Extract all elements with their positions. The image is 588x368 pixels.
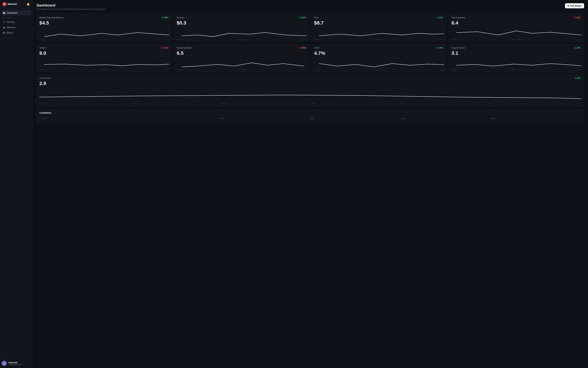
chart-label: March 24 April 24 (238, 69, 248, 71)
sidebar-logo: m Makerkit ▾ (3, 2, 19, 6)
chart-labels: January 24 March 24 April 24 June 24 (39, 39, 169, 40)
user-email: test@makerkit.dev (9, 364, 22, 366)
metric-header: New Customers -25% (451, 16, 581, 19)
chart-label: March 24 April 24 (375, 69, 385, 71)
chart-label: January 24 (39, 69, 46, 71)
gear-icon (3, 21, 5, 23)
add-widget-button[interactable]: ⊕ Add Widget (565, 3, 584, 8)
main-content: Dashboard An overview of your account's … (33, 0, 588, 368)
active-users-card: Active Users 10% 2.9 December 23 January… (36, 74, 584, 107)
chart-label: June 24 (577, 69, 581, 71)
active-users-chart-labels: December 23 January 24 February 24 March… (39, 102, 581, 104)
table-header: Customer Plan MRR Logins Status (39, 116, 581, 120)
chart-label: June 24 (577, 102, 581, 104)
col-plan: Plan (220, 117, 310, 119)
metric-title: Returning Visitors (177, 47, 192, 49)
metric-title: Churn (314, 47, 320, 49)
col-status: Status (491, 117, 581, 119)
metric-title: New Customers (451, 17, 465, 19)
metric-value: $8.7 (314, 20, 444, 26)
metrics-grid-row2: Visitors -4.3% 9.0 January 24 March 24 A… (36, 44, 584, 72)
add-widget-label: Add Widget (570, 5, 582, 7)
sidebar-item-label: Dashboard (7, 12, 17, 14)
user-info: Giancarlo test@makerkit.dev (9, 361, 22, 366)
chart-label: June 24 (439, 69, 444, 71)
chart-label: January 24 (451, 69, 458, 71)
sidebar-item-settings[interactable]: Settings (1, 19, 31, 25)
col-mrr: MRR (310, 117, 401, 119)
settings-section-label: SETTINGS (1, 16, 31, 19)
chart-label: April 24 (401, 102, 405, 104)
metric-title: Support Tickets (451, 47, 465, 49)
chart-label: June 24 (165, 69, 169, 71)
metric-badge: +9% (437, 16, 444, 19)
chart-label: January 24 (451, 39, 458, 40)
chart-label: January 24 (131, 102, 137, 104)
plus-icon: ⊕ (567, 5, 569, 7)
metric-header: Revenue +12% (177, 16, 307, 19)
col-logins: Logins (401, 117, 491, 119)
svg-rect-0 (3, 12, 4, 13)
chart-label: December 23 (39, 102, 47, 104)
metric-card: Churn -10% 4.7% January 24 March 24 Apri… (311, 44, 447, 72)
metric-badge: +12% (298, 16, 307, 19)
bell-icon[interactable]: 🔔 (27, 3, 30, 6)
sidebar-nav: Dashboard SETTINGS Settings Members Bill… (0, 8, 33, 359)
metric-chart: January 24 March 24 April 24 June 24 (314, 58, 444, 69)
metric-card: Returning Visitors 10% 6.5 January 24 Ma… (174, 44, 309, 72)
active-users-chart: December 23 January 24 February 24 March… (39, 88, 581, 104)
sidebar-item-label: Billing (7, 32, 13, 34)
metric-value: 9.0 (39, 50, 169, 56)
metric-header: Visitors -4.3% (39, 46, 169, 49)
metric-card: Fees +9% $8.7 January 24 March 24 April … (311, 14, 447, 42)
metric-chart: January 24 March 24 April 24 June 24 (177, 58, 307, 69)
chart-label: January 24 (177, 69, 183, 71)
sidebar-footer: G Giancarlo test@makerkit.dev (0, 359, 33, 368)
metric-badge: -25% (573, 16, 581, 19)
sidebar-item-billing[interactable]: Billing (1, 30, 31, 35)
metric-card: Revenue +12% $0.3 January 24 March 24 Ap… (174, 14, 309, 42)
metric-badge: -30% (573, 46, 581, 49)
metric-badge: -4.3% (161, 46, 169, 49)
sidebar-header: m Makerkit ▾ 🔔 (0, 0, 33, 8)
sidebar-item-label: Members (7, 26, 16, 29)
chart-labels: January 24 March 24 April 24 June 24 (177, 69, 307, 71)
metric-chart: January 24 March 24 April 24 June 24 (39, 28, 169, 39)
chart-labels: January 24 March 24 April 24 June 24 (314, 39, 444, 40)
metric-value: 3.1 (451, 50, 581, 56)
chart-label: June 24 (577, 39, 581, 40)
metric-value: $0.3 (177, 20, 307, 26)
active-users-header: Active Users 10% (39, 77, 581, 79)
chart-label: March 24 April 24 (512, 69, 522, 71)
metric-header: Returning Visitors 10% (177, 46, 307, 49)
metric-value: 6.5 (177, 50, 307, 56)
up-arrow-icon (575, 77, 576, 79)
sidebar-item-label: Settings (7, 21, 15, 23)
svg-rect-2 (3, 13, 4, 14)
sidebar-item-dashboard[interactable]: Dashboard (1, 10, 31, 15)
metric-badge: -10% (436, 46, 444, 49)
active-users-badge: 10% (574, 77, 581, 79)
metric-title: Fees (314, 17, 319, 19)
metric-chart: January 24 March 24 April 24 June 24 (39, 58, 169, 69)
chart-label: March 24 (312, 102, 317, 104)
avatar: G (2, 361, 7, 366)
card-icon (3, 32, 5, 34)
chart-labels: January 24 March 24 April 24 June 24 (451, 39, 581, 40)
col-customer: Customer (39, 117, 220, 119)
metric-card: Support Tickets -30% 3.1 January 24 Marc… (449, 44, 584, 72)
metric-value: 4.7% (314, 50, 444, 56)
page-title: Dashboard (36, 3, 106, 8)
metric-title: Revenue (177, 17, 185, 19)
user-name: Giancarlo (9, 361, 22, 364)
active-users-title: Active Users (39, 77, 50, 79)
svg-rect-6 (301, 48, 302, 48)
chart-label: May 24 (489, 102, 493, 104)
active-users-value: 2.9 (39, 81, 581, 86)
metric-chart: January 24 March 24 April 24 June 24 (451, 58, 581, 69)
chevron-down-icon: ▾ (18, 3, 19, 5)
page-heading: Dashboard An overview of your account's … (36, 3, 106, 10)
sidebar-item-members[interactable]: Members (1, 25, 31, 30)
logo-icon: m (3, 2, 6, 6)
chart-label: January 24 (314, 69, 321, 71)
